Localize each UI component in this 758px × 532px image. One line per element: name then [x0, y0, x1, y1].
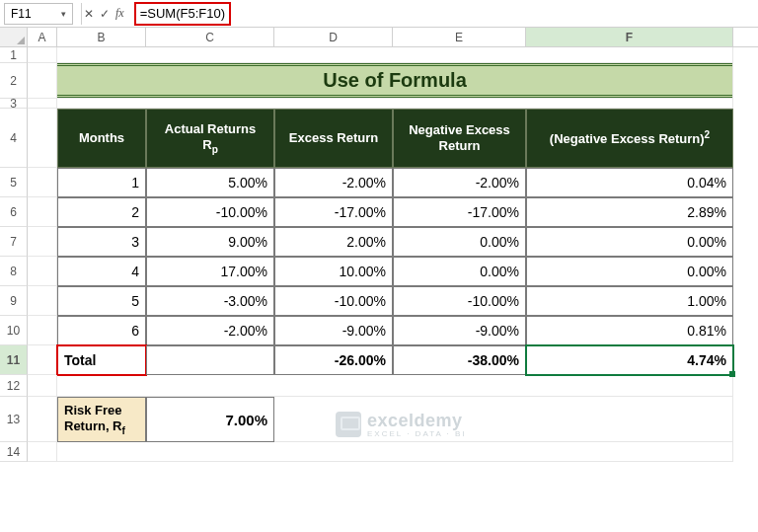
table-cell[interactable]: 0.04%: [526, 168, 733, 197]
cell[interactable]: [28, 397, 57, 442]
chevron-down-icon[interactable]: ▾: [61, 9, 66, 19]
cell[interactable]: [28, 345, 57, 375]
table-cell[interactable]: -2.00%: [393, 168, 526, 197]
watermark-logo: exceldemy EXCEL · DATA · BI: [336, 411, 467, 438]
row-header[interactable]: 13: [0, 397, 28, 442]
table-cell[interactable]: 0.00%: [526, 227, 733, 257]
table-cell[interactable]: 1.00%: [526, 286, 733, 316]
cell[interactable]: [28, 197, 57, 227]
table-cell[interactable]: 3: [57, 227, 146, 257]
header-months[interactable]: Months: [57, 109, 146, 168]
cell[interactable]: [28, 442, 57, 462]
row-header[interactable]: 10: [0, 316, 28, 345]
formula-bar: F11 ▾ ✕ ✓ fx =SUM(F5:F10): [0, 0, 758, 28]
row-header[interactable]: 8: [0, 257, 28, 286]
fx-icon[interactable]: fx: [115, 6, 124, 21]
col-header-E[interactable]: E: [393, 28, 526, 46]
table-cell[interactable]: -2.00%: [274, 168, 393, 197]
header-negative-excess[interactable]: Negative Excess Return: [393, 109, 526, 168]
col-header-C[interactable]: C: [146, 28, 274, 46]
table-cell[interactable]: -3.00%: [146, 286, 274, 316]
table-cell[interactable]: -17.00%: [274, 197, 393, 227]
table-cell[interactable]: 2.89%: [526, 197, 733, 227]
row-header[interactable]: 14: [0, 442, 28, 462]
row-header[interactable]: 4: [0, 109, 28, 168]
table-cell[interactable]: -10.00%: [393, 286, 526, 316]
cell[interactable]: [28, 227, 57, 257]
total-label[interactable]: Total: [57, 345, 146, 375]
sheet-title: Use of Formula: [57, 63, 732, 98]
table-cell[interactable]: -10.00%: [274, 286, 393, 316]
col-header-B[interactable]: B: [57, 28, 146, 46]
cell[interactable]: [57, 47, 733, 63]
table-cell[interactable]: -2.00%: [146, 316, 274, 345]
row-header[interactable]: 2: [0, 63, 28, 99]
header-excess-return[interactable]: Excess Return: [274, 109, 393, 168]
cell[interactable]: [28, 168, 57, 197]
selected-cell[interactable]: 4.74%: [526, 345, 733, 375]
col-header-F[interactable]: F: [526, 28, 733, 46]
table-cell[interactable]: -9.00%: [274, 316, 393, 345]
row-header[interactable]: 3: [0, 99, 28, 109]
table-cell[interactable]: 0.00%: [526, 257, 733, 286]
cell[interactable]: [28, 375, 57, 397]
total-cell[interactable]: -26.00%: [274, 345, 393, 375]
watermark-name: exceldemy: [367, 411, 467, 431]
row-header[interactable]: 7: [0, 227, 28, 257]
row-header[interactable]: 1: [0, 47, 28, 63]
total-cell[interactable]: -38.00%: [393, 345, 526, 375]
cell-reference: F11: [11, 7, 32, 21]
row-header[interactable]: 9: [0, 286, 28, 316]
grid-body: 1 2 Use of Formula 3 4 Months Actual Ret…: [0, 47, 758, 462]
cell[interactable]: [28, 316, 57, 345]
table-cell[interactable]: -9.00%: [393, 316, 526, 345]
column-header-row: A B C D E F: [0, 28, 758, 47]
col-header-D[interactable]: D: [274, 28, 393, 46]
cell[interactable]: [28, 109, 57, 168]
name-box[interactable]: F11 ▾: [4, 3, 73, 25]
row-header[interactable]: 12: [0, 375, 28, 397]
cancel-icon[interactable]: ✕: [84, 7, 94, 21]
header-actual-returns[interactable]: Actual ReturnsRp: [146, 109, 274, 168]
cell[interactable]: [28, 286, 57, 316]
formula-bar-buttons: ✕ ✓ fx: [81, 3, 130, 25]
table-cell[interactable]: 10.00%: [274, 257, 393, 286]
formula-input[interactable]: =SUM(F5:F10): [130, 3, 754, 25]
table-cell[interactable]: -17.00%: [393, 197, 526, 227]
col-header-A[interactable]: A: [28, 28, 57, 46]
table-cell[interactable]: 4: [57, 257, 146, 286]
table-cell[interactable]: 0.81%: [526, 316, 733, 345]
risk-free-value[interactable]: 7.00%: [146, 397, 274, 442]
formula-text: =SUM(F5:F10): [134, 2, 231, 26]
table-cell[interactable]: 1: [57, 168, 146, 197]
row-header[interactable]: 5: [0, 168, 28, 197]
table-cell[interactable]: 2: [57, 197, 146, 227]
table-cell[interactable]: 9.00%: [146, 227, 274, 257]
table-cell[interactable]: 2.00%: [274, 227, 393, 257]
cell[interactable]: [28, 99, 57, 109]
table-cell[interactable]: -10.00%: [146, 197, 274, 227]
table-cell[interactable]: 5.00%: [146, 168, 274, 197]
watermark-tagline: EXCEL · DATA · BI: [367, 429, 467, 438]
row-header[interactable]: 6: [0, 197, 28, 227]
select-all-corner[interactable]: [0, 28, 28, 46]
table-cell[interactable]: 0.00%: [393, 227, 526, 257]
header-negative-excess-sq[interactable]: (Negative Excess Return)2: [526, 109, 733, 168]
cell[interactable]: [28, 257, 57, 286]
title-cell[interactable]: Use of Formula: [57, 63, 733, 99]
table-cell[interactable]: 0.00%: [393, 257, 526, 286]
table-cell[interactable]: 6: [57, 316, 146, 345]
cell[interactable]: [28, 63, 57, 99]
cell[interactable]: [28, 47, 57, 63]
exceldemy-icon: [336, 412, 361, 437]
row-header[interactable]: 11: [0, 345, 28, 375]
table-cell[interactable]: 5: [57, 286, 146, 316]
cell[interactable]: [57, 99, 733, 109]
table-cell[interactable]: 17.00%: [146, 257, 274, 286]
cell[interactable]: [57, 442, 733, 462]
enter-icon[interactable]: ✓: [100, 7, 110, 21]
total-cell[interactable]: [146, 345, 274, 375]
cell[interactable]: [57, 375, 733, 397]
risk-free-label[interactable]: Risk FreeReturn, Rf: [57, 397, 146, 442]
